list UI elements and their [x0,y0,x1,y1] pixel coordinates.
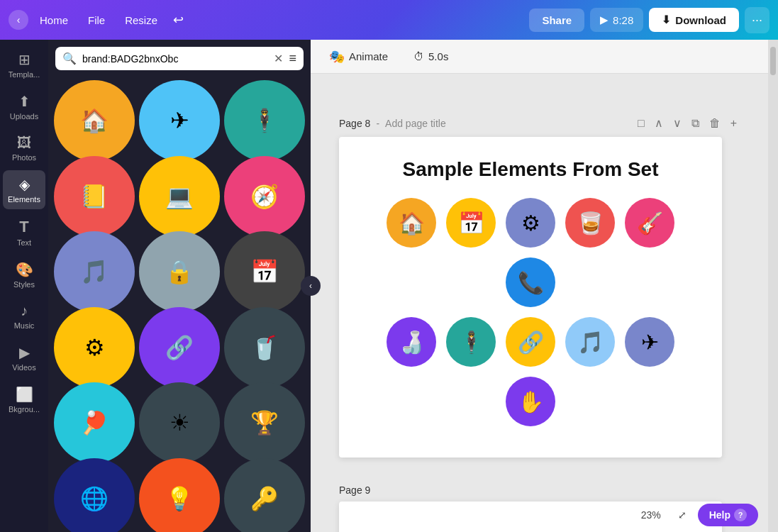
page-8-add-button[interactable]: + [728,115,740,131]
page8-row1-icon-4[interactable]: 🎸 [625,198,674,248]
canvas-area[interactable]: Page 8 - Add page title □ ∧ ∨ ⧉ 🗑 + [311,74,768,532]
page8-row2-icon-1[interactable]: 🕴 [446,317,496,367]
canvas-content: Page 8 - Add page title □ ∧ ∨ ⧉ 🗑 + [311,95,768,532]
help-icon: ? [734,509,747,521]
search-input[interactable] [82,53,268,65]
page-8-actions: □ ∧ ∨ ⧉ 🗑 + [635,115,740,131]
help-button[interactable]: Help ? [698,504,758,526]
grid-item-17[interactable]: 💡 [139,458,220,533]
grid-item-18[interactable]: 🔑 [224,458,305,533]
collapse-panel-button[interactable]: ‹ [301,276,321,296]
zoom-level[interactable]: 23% [635,506,667,523]
grid-item-6[interactable]: 🧭 [224,156,305,237]
sidebar-label-photos: Photos [12,153,36,162]
sidebar-label-styles: Styles [13,280,35,289]
share-button[interactable]: Share [529,9,584,32]
page8-row2-icon-4[interactable]: ✈ [625,317,674,367]
grid-item-3[interactable]: 🕴 [224,80,305,161]
grid-item-16[interactable]: 🌐 [54,458,135,533]
page-8-content: Sample Elements From Set 🏠📅⚙🥃🎸📞 🍶🕴🔗🎵✈✋ [339,137,722,458]
animate-icon: 🎭 [329,49,345,65]
grid-item-13[interactable]: 🏓 [54,382,135,463]
page8-row1-icon-1[interactable]: 📅 [446,198,496,248]
sidebar-item-uploads[interactable]: ⬆ Uploads [3,87,45,126]
canvas-top-spacer [311,74,768,95]
sidebar-item-music[interactable]: ♪ Music [3,297,45,336]
page-8-down-button[interactable]: ∨ [670,115,684,131]
page-8-main-title: Sample Elements From Set [367,158,694,181]
page8-row2-icon-3[interactable]: 🎵 [565,317,615,367]
page8-row2-icon-0[interactable]: 🍶 [387,317,436,367]
sidebar-label-text: Text [17,238,31,247]
topbar-left: ‹ Home File Resize ↩ [9,8,526,32]
backgrounds-icon: ⬜ [16,386,33,403]
page8-row1-icon-3[interactable]: 🥃 [565,198,615,248]
more-options-button[interactable]: ··· [745,7,769,33]
bottom-bar: 23% ⤢ Help ? [311,498,768,532]
grid-item-7[interactable]: 🎵 [54,231,135,312]
timer-display[interactable]: ⏱ 5.0s [406,46,455,67]
page-8-row-1: 🏠📅⚙🥃🎸📞 [367,198,694,307]
fit-icon: ⤢ [678,509,687,521]
grid-item-14[interactable]: ☀ [139,382,220,463]
page-8-up-button[interactable]: ∧ [652,115,666,131]
page-8-copy-button[interactable]: ⧉ [689,115,702,131]
sidebar-item-text[interactable]: T Text [3,212,45,253]
sidebar-item-photos[interactable]: 🖼 Photos [3,129,45,167]
undo-button[interactable]: ↩ [169,8,188,32]
grid-item-5[interactable]: 💻 [139,156,220,237]
sidebar-item-styles[interactable]: 🎨 Styles [3,255,45,294]
topbar: ‹ Home File Resize ↩ Share ▶ 8:28 ⬇ Down… [0,0,778,40]
grid-item-1[interactable]: 🏠 [54,80,135,161]
resize-nav[interactable]: Resize [116,10,166,31]
text-icon: T [19,218,28,236]
grid-item-8[interactable]: 🔒 [139,231,220,312]
elements-panel: 🔍 ✕ ≡ 🏠✈🕴📒💻🧭🎵🔒📅⚙🔗🥤🏓☀🏆🌐💡🔑 ‹ [48,40,311,532]
elements-icon: ◈ [19,176,30,193]
sidebar-item-elements[interactable]: ◈ Elements [3,170,45,209]
clear-search-button[interactable]: ✕ [274,52,283,65]
grid-item-9[interactable]: 📅 [224,231,305,312]
fit-view-button[interactable]: ⤢ [672,506,692,523]
download-button[interactable]: ⬇ Download [649,8,739,32]
page-8-note-button[interactable]: □ [635,115,648,131]
sidebar-item-backgrounds[interactable]: ⬜ Bkgrou... [3,380,45,419]
grid-item-15[interactable]: 🏆 [224,382,305,463]
animate-button[interactable]: 🎭 Animate [322,45,395,69]
canvas-wrapper: 🎭 Animate ⏱ 5.0s Page 8 - Add page title [311,40,768,532]
music-icon: ♪ [21,303,28,319]
back-button[interactable]: ‹ [9,10,28,30]
main-layout: ⊞ Templa... ⬆ Uploads 🖼 Photos ◈ Element… [0,40,778,532]
file-nav[interactable]: File [79,10,113,31]
animate-bar: 🎭 Animate ⏱ 5.0s [311,40,768,74]
videos-icon: ▶ [19,344,30,361]
scrollbar-right[interactable] [768,40,778,532]
sidebar-item-templates[interactable]: ⊞ Templa... [3,45,45,84]
filter-icon[interactable]: ≡ [289,51,296,66]
page8-row1-icon-2[interactable]: ⚙ [506,198,555,248]
grid-item-4[interactable]: 📒 [54,156,135,237]
sidebar-label-templates: Templa... [9,70,40,79]
play-icon: ▶ [600,13,608,26]
timer-button[interactable]: ▶ 8:28 [590,8,643,32]
page8-row2-icon-5[interactable]: ✋ [506,377,555,426]
grid-item-12[interactable]: 🥤 [224,307,305,388]
search-icon: 🔍 [62,52,77,65]
sidebar: ⊞ Templa... ⬆ Uploads 🖼 Photos ◈ Element… [0,40,48,532]
download-icon: ⬇ [662,13,671,26]
grid-item-11[interactable]: 🔗 [139,307,220,388]
page-8-add-title[interactable]: Add page title [385,118,446,129]
page8-row1-icon-0[interactable]: 🏠 [387,198,436,248]
sidebar-label-uploads: Uploads [10,112,38,121]
page-8-delete-button[interactable]: 🗑 [706,115,723,131]
grid-item-10[interactable]: ⚙ [54,307,135,388]
sidebar-label-music: Music [14,321,35,330]
page-8-canvas[interactable]: Sample Elements From Set 🏠📅⚙🥃🎸📞 🍶🕴🔗🎵✈✋ [339,137,722,458]
page8-row2-icon-2[interactable]: 🔗 [506,317,555,367]
home-nav[interactable]: Home [31,10,77,31]
page8-row1-icon-5[interactable]: 📞 [506,257,555,307]
sidebar-item-videos[interactable]: ▶ Videos [3,338,45,377]
grid-item-2[interactable]: ✈ [139,80,220,161]
page-8-header: Page 8 - Add page title □ ∧ ∨ ⧉ 🗑 + [339,109,740,137]
scrollbar-thumb[interactable] [770,47,776,75]
